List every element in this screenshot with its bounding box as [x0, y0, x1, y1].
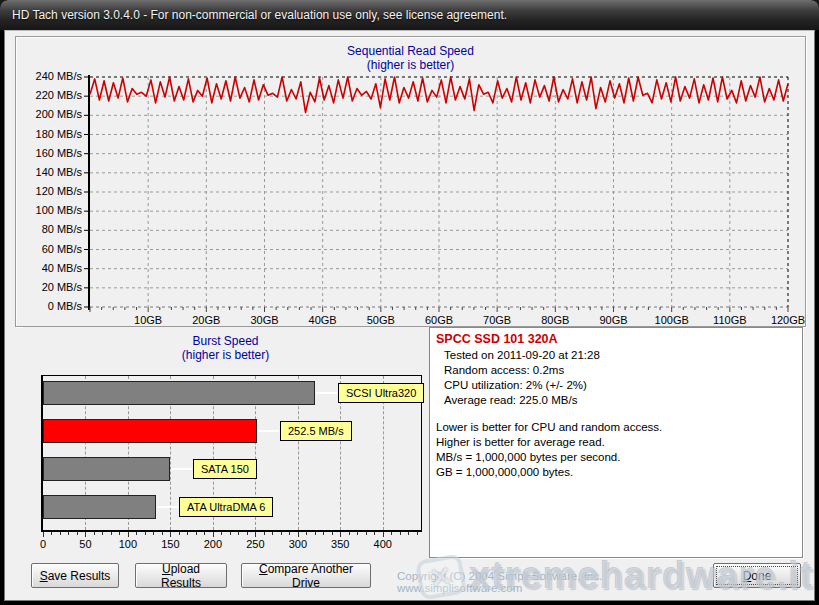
burst-x-tick [383, 532, 384, 537]
sequential-chart-subtitle: (higher is better) [16, 58, 805, 72]
burst-x-tick [315, 532, 316, 535]
burst-x-tick [179, 532, 180, 535]
burst-x-tick [349, 532, 350, 535]
burst-bar [43, 419, 257, 443]
y-axis-label: 120 MB/s [20, 185, 82, 197]
burst-x-axis-label: 0 [23, 538, 63, 550]
x-axis-label: 90GB [584, 314, 644, 326]
burst-x-axis-label: 200 [193, 538, 233, 550]
hdtach-window: HD Tach version 3.0.4.0 - For non-commer… [0, 0, 819, 605]
burst-x-tick [119, 532, 120, 535]
x-axis-label: 120GB [758, 314, 818, 326]
burst-x-axis-label: 350 [320, 538, 360, 550]
burst-x-tick [136, 532, 137, 535]
tested-on-line: Tested on 2011-09-20 at 21:28 [436, 348, 796, 363]
y-axis-label: 20 MB/s [20, 281, 82, 293]
y-axis-label: 200 MB/s [20, 108, 82, 120]
burst-x-tick [94, 532, 95, 535]
burst-bar [43, 381, 315, 405]
y-axis-label: 0 MB/s [20, 300, 82, 312]
x-axis-label: 30GB [235, 314, 295, 326]
burst-x-tick [332, 532, 333, 535]
x-axis-label: 100GB [642, 314, 702, 326]
x-axis-label: 20GB [176, 314, 236, 326]
window-title: HD Tach version 3.0.4.0 - For non-commer… [12, 8, 507, 22]
x-axis-label: 110GB [700, 314, 760, 326]
y-axis-label: 40 MB/s [20, 262, 82, 274]
y-axis-label: 240 MB/s [20, 70, 82, 82]
note-gb-def: GB = 1,000,000,000 bytes. [436, 465, 796, 480]
x-axis-label: 80GB [525, 314, 585, 326]
burst-x-axis-label: 100 [108, 538, 148, 550]
burst-x-tick [153, 532, 154, 535]
burst-x-tick [289, 532, 290, 535]
burst-x-tick [196, 532, 197, 535]
burst-x-tick [230, 532, 231, 535]
burst-bar [43, 457, 170, 481]
burst-x-tick [417, 532, 418, 535]
save-results-button[interactable]: Save Results [31, 563, 119, 588]
cpu-utilization-line: CPU utilization: 2% (+/- 2%) [436, 378, 796, 393]
burst-x-tick [145, 532, 146, 535]
burst-x-tick [60, 532, 61, 535]
burst-x-tick [357, 532, 358, 535]
sequential-chart-title: Sequential Read Speed [16, 44, 805, 58]
random-access-line: Random access: 0.2ms [436, 363, 796, 378]
burst-x-tick [102, 532, 103, 535]
burst-x-tick [255, 532, 256, 537]
burst-x-tick [374, 532, 375, 535]
done-button[interactable]: Done [713, 563, 801, 588]
burst-x-tick [51, 532, 52, 535]
x-axis-label: 10GB [118, 314, 178, 326]
burst-x-tick [213, 532, 214, 537]
burst-x-axis-label: 400 [363, 538, 403, 550]
drive-info-panel: SPCC SSD 101 320A Tested on 2011-09-20 a… [429, 327, 803, 558]
y-axis-label: 160 MB/s [20, 147, 82, 159]
x-axis-label: 70GB [467, 314, 527, 326]
burst-bar-callout: 252.5 MB/s [280, 421, 352, 441]
burst-x-tick [162, 532, 163, 535]
client-area: Sequential Read Speed (higher is better)… [4, 30, 815, 601]
sequential-plot [82, 75, 794, 317]
burst-x-axis-label: 250 [235, 538, 275, 550]
burst-x-tick [323, 532, 324, 535]
burst-x-tick [366, 532, 367, 535]
y-axis-label: 140 MB/s [20, 166, 82, 178]
burst-chart-plot: SCSI Ultra320252.5 MB/sSATA 150ATA Ultra… [41, 375, 422, 532]
sequential-read-panel: Sequential Read Speed (higher is better)… [15, 36, 806, 327]
callout-connector [157, 506, 178, 508]
upload-results-button[interactable]: Upload Results [135, 563, 227, 588]
burst-x-tick [400, 532, 401, 535]
y-axis-label: 100 MB/s [20, 204, 82, 216]
burst-bar-callout: SATA 150 [193, 459, 257, 479]
y-axis-label: 60 MB/s [20, 243, 82, 255]
burst-x-tick [128, 532, 129, 537]
burst-x-tick [281, 532, 282, 535]
drive-name: SPCC SSD 101 320A [436, 332, 796, 346]
compare-another-drive-button[interactable]: Compare Another Drive [241, 563, 371, 588]
burst-x-tick [306, 532, 307, 535]
burst-speed-panel: Burst Speed (higher is better) SCSI Ultr… [23, 327, 428, 558]
burst-x-tick [340, 532, 341, 537]
burst-x-tick [170, 532, 171, 537]
burst-x-tick [204, 532, 205, 535]
y-axis-label: 80 MB/s [20, 223, 82, 235]
burst-x-tick [391, 532, 392, 535]
callout-connector [171, 468, 192, 470]
x-axis-label: 40GB [293, 314, 353, 326]
callout-connector [258, 430, 279, 432]
note-mbs-def: MB/s = 1,000,000 bytes per second. [436, 450, 796, 465]
burst-x-tick [43, 532, 44, 537]
spacer [436, 408, 796, 420]
y-axis-label: 180 MB/s [20, 128, 82, 140]
note-higher-better: Higher is better for average read. [436, 435, 796, 450]
window-titlebar[interactable]: HD Tach version 3.0.4.0 - For non-commer… [0, 0, 819, 30]
burst-x-tick [68, 532, 69, 535]
burst-x-tick [264, 532, 265, 535]
burst-x-tick [111, 532, 112, 535]
x-axis-label: 50GB [351, 314, 411, 326]
burst-x-tick [187, 532, 188, 535]
burst-bar-callout: SCSI Ultra320 [338, 383, 424, 403]
burst-chart-subtitle: (higher is better) [23, 348, 428, 362]
burst-x-tick [85, 532, 86, 537]
